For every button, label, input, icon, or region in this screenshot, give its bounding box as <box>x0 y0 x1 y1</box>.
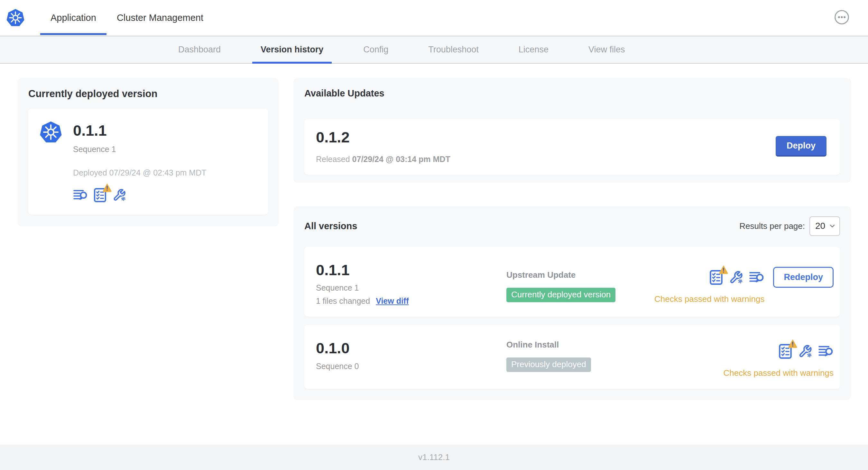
chevron-down-icon <box>829 222 836 230</box>
results-per-page-label: Results per page: <box>739 221 805 231</box>
version-sequence: Sequence 0 <box>316 362 506 371</box>
tab-license[interactable]: License <box>510 36 557 63</box>
tab-dashboard[interactable]: Dashboard <box>170 36 229 63</box>
edit-config-button[interactable] <box>729 270 744 285</box>
edit-config-icon <box>729 270 744 285</box>
all-versions-card: All versions Results per page: 20 0.1.1 … <box>293 206 851 400</box>
edit-config-icon <box>112 188 127 203</box>
deploy-logs-button[interactable] <box>749 270 765 285</box>
edit-config-button[interactable] <box>112 188 127 203</box>
deployed-version-panel: 0.1.1 Sequence 1 Deployed 07/29/24 @ 02:… <box>28 109 268 215</box>
version-source: Online Install <box>506 340 723 350</box>
more-menu-button[interactable] <box>834 10 849 25</box>
version-source: Upstream Update <box>506 270 654 280</box>
warning-triangle-icon <box>102 182 112 193</box>
available-update-row: 0.1.2 Released 07/29/24 @ 03:14 pm MDT D… <box>304 119 840 175</box>
deploy-logs-icon <box>749 270 765 285</box>
tab-version-history[interactable]: Version history <box>252 36 332 63</box>
preflight-checks-button[interactable] <box>93 188 107 203</box>
deployment-status-badge: Previously deployed <box>506 358 591 372</box>
header-tab-label: Application <box>51 12 96 23</box>
version-number: 0.1.1 <box>316 262 506 278</box>
results-per-page-select[interactable]: 20 <box>809 216 840 236</box>
all-versions-title: All versions <box>304 221 357 231</box>
header-tab-cluster-management[interactable]: Cluster Management <box>106 0 214 36</box>
version-row: 0.1.0 Sequence 0 Online Install Previous… <box>304 325 840 389</box>
preflight-status-text: Checks passed with warnings <box>654 294 765 304</box>
warning-triangle-icon <box>787 338 798 348</box>
header-tab-application[interactable]: Application <box>40 0 106 36</box>
kubernetes-logo-icon <box>5 8 25 28</box>
available-updates-title: Available Updates <box>304 88 840 99</box>
released-prefix: Released <box>316 155 350 164</box>
results-per-page-value: 20 <box>815 221 825 231</box>
version-sequence: Sequence 1 <box>316 283 506 293</box>
update-released-timestamp: Released 07/29/24 @ 03:14 pm MDT <box>316 155 451 164</box>
currently-deployed-card: Currently deployed version 0.1.1 Sequenc… <box>18 78 279 226</box>
deploy-logs-icon <box>73 188 88 203</box>
files-changed-label: 1 files changed <box>316 296 370 306</box>
preflight-checks-button[interactable] <box>778 344 793 359</box>
version-row: 0.1.1 Sequence 1 1 files changed View di… <box>304 247 840 317</box>
warning-triangle-icon <box>718 264 729 274</box>
view-diff-link[interactable]: View diff <box>376 296 409 306</box>
deploy-button[interactable]: Deploy <box>776 136 827 157</box>
main-content: Currently deployed version 0.1.1 Sequenc… <box>0 64 868 445</box>
deploy-logs-button[interactable] <box>818 344 834 359</box>
header-tab-label: Cluster Management <box>117 12 203 23</box>
edit-config-icon <box>798 344 813 359</box>
preflight-checks-button[interactable] <box>708 270 724 285</box>
deployment-status-badge: Currently deployed version <box>506 288 615 302</box>
update-version-number: 0.1.2 <box>316 129 451 146</box>
deployed-sequence: Sequence 1 <box>73 145 207 154</box>
deploy-logs-button[interactable] <box>73 188 88 203</box>
page-footer: v1.112.1 <box>0 445 868 470</box>
tab-troubleshoot[interactable]: Troubleshoot <box>420 36 487 63</box>
available-updates-card: Available Updates 0.1.2 Released 07/29/2… <box>293 78 851 182</box>
released-date: 07/29/24 @ 03:14 pm MDT <box>352 155 451 164</box>
tab-view-files[interactable]: View files <box>580 36 633 63</box>
tab-config[interactable]: Config <box>355 36 397 63</box>
console-version: v1.112.1 <box>418 452 450 462</box>
header-tabs: Application Cluster Management <box>40 0 214 36</box>
kubernetes-app-icon <box>39 120 63 145</box>
redeploy-button[interactable]: Redeploy <box>773 267 834 288</box>
version-number: 0.1.0 <box>316 340 506 357</box>
preflight-status-text: Checks passed with warnings <box>723 368 834 378</box>
deployed-timestamp: Deployed 07/29/24 @ 02:43 pm MDT <box>73 168 207 177</box>
deploy-logs-icon <box>818 344 834 359</box>
top-header: Application Cluster Management <box>0 0 868 36</box>
deployed-version-number: 0.1.1 <box>73 122 207 139</box>
edit-config-button[interactable] <box>798 344 813 359</box>
app-subnav: Dashboard Version history Config Trouble… <box>0 36 868 64</box>
ellipsis-circle-icon <box>834 10 849 25</box>
currently-deployed-title: Currently deployed version <box>28 88 268 100</box>
